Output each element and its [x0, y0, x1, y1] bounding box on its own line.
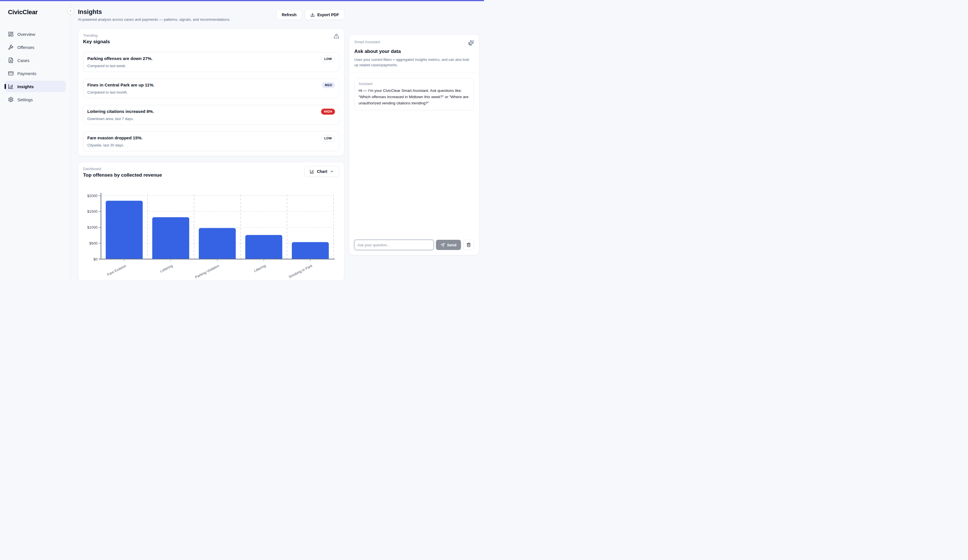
question-input[interactable]: [354, 240, 434, 250]
chart-view-label: Chart: [317, 169, 327, 174]
sidebar-item-overview[interactable]: Overview: [5, 28, 66, 40]
download-icon: [310, 13, 315, 17]
assistant-message: Assistant Hi — I’m your CivicClear Smart…: [354, 78, 474, 110]
chart-view-dropdown[interactable]: Chart: [304, 166, 339, 177]
refresh-button-label: Refresh: [282, 13, 297, 17]
signal-title: Loitering citations increased 8%.: [87, 109, 335, 114]
page-subtitle: AI-powered analysis across cases and pay…: [78, 17, 230, 22]
sidebar-nav: Overview Offenses Cases Payments Insight…: [5, 28, 66, 105]
spacer: [354, 110, 474, 240]
sidebar-collapse-button[interactable]: [67, 7, 74, 14]
chart-title: Top offenses by collected revenue: [83, 172, 339, 178]
sidebar-item-cases[interactable]: Cases: [5, 55, 66, 66]
svg-text:$2000: $2000: [87, 194, 98, 198]
header-actions: Refresh Export PDF: [277, 9, 345, 20]
bar-chart-icon: [8, 84, 14, 89]
svg-text:Parking Violation: Parking Violation: [194, 263, 220, 279]
signal-subtitle: Downtown area, last 7 days.: [87, 117, 335, 121]
signal-row: Fare evasion dropped 15%. Citywide, last…: [83, 131, 339, 151]
sidebar-item-payments[interactable]: Payments: [5, 68, 66, 79]
svg-text:Fare Evasion: Fare Evasion: [106, 263, 127, 277]
svg-text:Smoking in Park: Smoking in Park: [288, 263, 313, 279]
signal-subtitle: Compared to last week.: [87, 64, 335, 68]
assistant-header: Smart Assistant: [354, 40, 474, 47]
sidebar-item-label: Overview: [17, 32, 35, 37]
signals-title: Key signals: [83, 39, 339, 45]
gavel-icon: [8, 45, 14, 50]
credit-card-icon: [8, 71, 14, 76]
trash-icon: [466, 243, 471, 247]
signal-title: Fare evasion dropped 15%.: [87, 135, 335, 140]
signals-section-label: Trending: [83, 33, 339, 38]
chevron-down-icon: [330, 169, 334, 174]
svg-text:$1000: $1000: [87, 225, 98, 230]
svg-text:$1500: $1500: [87, 209, 98, 214]
refresh-button[interactable]: Refresh: [277, 9, 302, 20]
assistant-section-label: Smart Assistant: [354, 40, 380, 44]
insights-content: Insights AI-powered analysis across case…: [78, 5, 345, 280]
clear-chat-button[interactable]: [463, 240, 474, 250]
sparkles-icon: [468, 40, 474, 47]
dashboard-icon: [8, 31, 14, 37]
send-button-label: Send: [447, 243, 456, 247]
svg-text:$500: $500: [89, 241, 98, 245]
export-pdf-button[interactable]: Export PDF: [305, 9, 345, 20]
sidebar-item-settings[interactable]: Settings: [5, 94, 66, 105]
revenue-bar-chart: $0$500$1000$1500$2000Fare EvasionLoiteri…: [83, 182, 340, 279]
sidebar-item-label: Insights: [17, 84, 34, 89]
app-logo: CivicClear: [8, 8, 66, 16]
assistant-title: Ask about your data: [354, 49, 474, 54]
sidebar-item-label: Payments: [17, 71, 36, 76]
smart-assistant-panel: Smart Assistant Ask about your data Uses…: [349, 35, 479, 255]
active-indicator: [5, 84, 6, 89]
sidebar-item-label: Settings: [17, 97, 33, 102]
assistant-message-text: Hi — I’m your CivicClear Smart Assistant…: [359, 88, 470, 107]
gear-icon: [8, 97, 14, 103]
svg-text:$0: $0: [94, 257, 98, 261]
assistant-column: Smart Assistant Ask about your data Uses…: [349, 5, 479, 280]
severity-badge: HIGH: [321, 109, 335, 114]
file-text-icon: [8, 58, 14, 63]
export-pdf-button-label: Export PDF: [317, 13, 339, 17]
page-header: Insights AI-powered analysis across case…: [78, 8, 345, 22]
signal-row: Loitering citations increased 8%. Downto…: [83, 105, 339, 125]
signal-row: Parking offenses are down 27%. Compared …: [83, 52, 339, 72]
sidebar-item-offenses[interactable]: Offenses: [5, 41, 66, 53]
severity-badge: MED: [322, 82, 335, 88]
main-area: Insights AI-powered analysis across case…: [71, 1, 484, 280]
svg-text:Loitering: Loitering: [159, 263, 174, 273]
bar-chart-icon: [310, 169, 314, 174]
signal-subtitle: Compared to last month.: [87, 90, 335, 94]
signal-row: Fines in Central Park are up 11%. Compar…: [83, 78, 339, 98]
signal-title: Parking offenses are down 27%.: [87, 56, 335, 61]
assistant-description: Uses your current filters + aggregated I…: [354, 57, 474, 68]
signal-subtitle: Citywide, last 30 days.: [87, 143, 335, 147]
signal-title: Fines in Central Park are up 11%.: [87, 83, 335, 87]
app-root: CivicClear Overview Offenses Cases Payme…: [0, 1, 484, 280]
sidebar: CivicClear Overview Offenses Cases Payme…: [0, 1, 71, 280]
signal-list: Parking offenses are down 27%. Compared …: [83, 52, 339, 151]
dashboard-section-label: Dashboard: [83, 167, 339, 171]
key-signals-card: Trending Key signals Parking offenses ar…: [78, 28, 345, 156]
revenue-chart-card: Dashboard Top offenses by collected reve…: [78, 162, 345, 280]
send-button[interactable]: Send: [436, 240, 461, 250]
sidebar-item-insights[interactable]: Insights: [5, 81, 66, 92]
page-title: Insights: [78, 8, 230, 16]
sidebar-item-label: Cases: [17, 58, 30, 63]
paper-plane-icon: [441, 243, 445, 247]
severity-badge: LOW: [321, 56, 335, 62]
assistant-input-row: Send: [354, 240, 474, 250]
sidebar-item-label: Offenses: [17, 45, 35, 50]
chevron-left-icon: [69, 9, 72, 13]
svg-text:Littering: Littering: [254, 263, 267, 273]
assistant-message-role: Assistant: [359, 82, 470, 86]
severity-badge: LOW: [321, 135, 335, 142]
warning-triangle-icon: [333, 33, 339, 40]
